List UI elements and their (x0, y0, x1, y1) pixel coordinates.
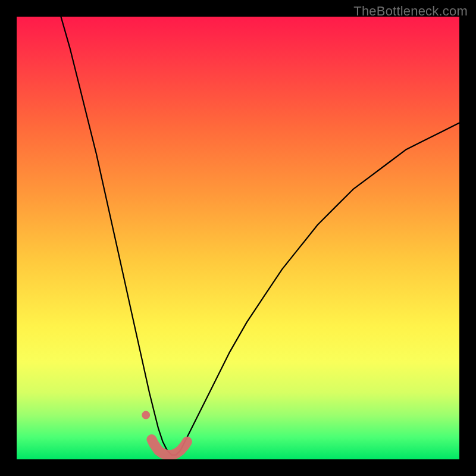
plot-area (17, 17, 459, 459)
curve-svg (17, 17, 459, 459)
chart-frame: TheBottleneck.com (0, 0, 476, 476)
outlier-dot (142, 411, 150, 419)
highlight-band (152, 440, 187, 455)
bottleneck-curve (61, 17, 459, 455)
